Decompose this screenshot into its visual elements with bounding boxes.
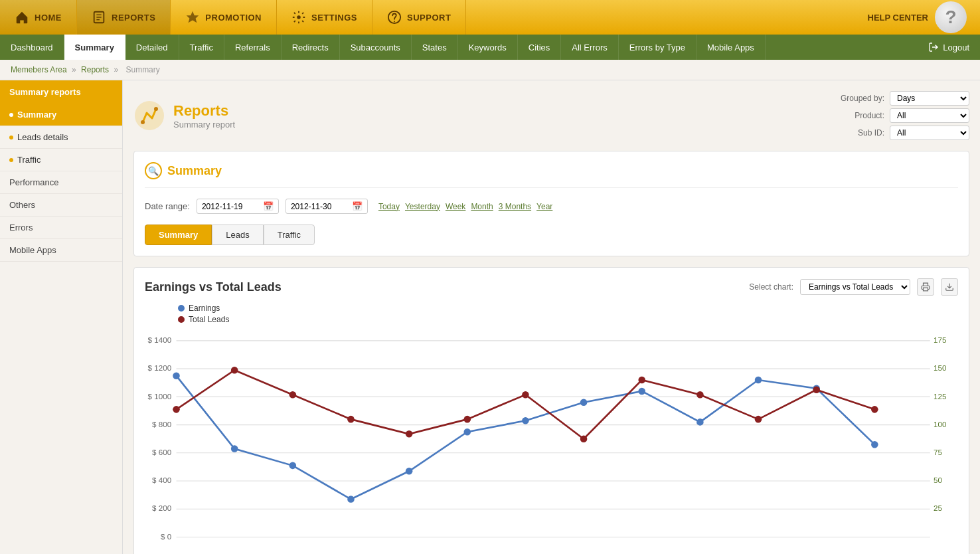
sidebar-item-errors[interactable]: Errors [0,217,122,239]
quick-link-3months[interactable]: 3 Months [499,202,531,211]
grouped-by-label: Grouped by: [841,94,884,103]
date-range-label: Date range: [145,201,190,211]
sec-nav-dashboard[interactable]: Dashboard [0,35,64,60]
sec-nav-traffic[interactable]: Traffic [179,35,224,60]
sidebar-item-others[interactable]: Others [0,194,122,217]
earnings-legend-label: Earnings [189,304,220,313]
nav-support[interactable]: SUPPORT [372,0,466,35]
logout-button[interactable]: Logout [918,35,980,60]
nav-promotion[interactable]: PROMOTION [171,0,277,35]
svg-point-60 [813,387,820,394]
total-leads-legend-dot [178,316,185,323]
sec-nav-summary[interactable]: Summary [64,35,125,60]
svg-marker-4 [187,11,199,23]
sec-nav-states[interactable]: States [412,35,458,60]
quick-link-month[interactable]: Month [471,202,493,211]
promotion-icon [185,10,200,25]
reports-icon [92,10,106,25]
sec-nav-cities[interactable]: Cities [518,35,562,60]
nav-settings-label: SETTINGS [311,13,357,23]
svg-point-48 [871,441,878,448]
nav-reports[interactable]: REPORTS [77,0,171,35]
quick-link-week[interactable]: Week [446,202,465,211]
date-to-input[interactable] [291,202,349,211]
product-label: Product: [855,111,884,120]
report-header: Reports Summary report Grouped by: Days … [133,91,969,140]
nav-help[interactable]: HELP CENTER ? [855,0,981,35]
sidebar-item-summary[interactable]: Summary [0,104,122,126]
chart-print-button[interactable] [917,278,934,296]
date-from-input[interactable] [202,202,260,211]
leads-line [177,370,875,438]
view-btn-summary[interactable]: Summary [145,225,212,245]
sec-nav-redirects[interactable]: Redirects [282,35,340,60]
earnings-legend-dot [178,305,185,312]
product-select[interactable]: All [890,108,969,123]
sec-nav-errors-by-type[interactable]: Errors by Type [619,35,696,60]
svg-text:75: 75 [934,448,942,456]
download-icon [945,282,954,292]
chart-type-select[interactable]: Earnings vs Total Leads [800,279,910,295]
svg-point-45 [696,418,704,426]
sec-nav-subaccounts[interactable]: Subaccounts [340,35,412,60]
breadcrumb-current: Summary [125,65,159,74]
nav-settings[interactable]: SETTINGS [277,0,372,35]
svg-text:150: 150 [934,363,946,372]
nav-reports-label: REPORTS [112,13,155,23]
svg-point-37 [231,445,238,452]
view-buttons: Summary Leads Traffic [145,225,958,245]
report-title-area: Reports Summary report [133,100,235,132]
chart-download-button[interactable] [941,278,958,296]
support-icon [387,10,402,25]
quick-link-yesterday[interactable]: Yesterday [405,202,440,211]
svg-point-5 [297,15,301,19]
sub-id-select[interactable]: All [890,126,969,140]
secondary-nav: Dashboard Summary Detailed Traffic Refer… [0,35,980,60]
svg-point-54 [463,416,471,423]
quick-link-today[interactable]: Today [378,202,400,211]
bullet-icon [9,158,13,162]
grouped-by-select[interactable]: Days Weeks Months [890,91,969,106]
breadcrumb-members[interactable]: Memebers Area [11,65,67,74]
svg-point-41 [463,428,471,436]
date-to-wrap: 📅 [286,199,368,214]
product-row: Product: All [855,108,969,123]
svg-point-55 [522,391,529,399]
legend-total-leads: Total Leads [178,315,958,324]
nav-home[interactable]: HOME [0,0,77,35]
sec-nav-keywords[interactable]: Keywords [458,35,518,60]
logout-label: Logout [943,43,969,52]
quick-link-year[interactable]: Year [536,202,552,211]
sidebar-item-traffic[interactable]: Traffic [0,149,122,171]
section-title: Summary [167,164,222,178]
view-btn-leads[interactable]: Leads [212,225,263,245]
chart-section: Earnings vs Total Leads Select chart: Ea… [133,267,969,554]
sec-nav-mobile-apps[interactable]: Mobile Apps [696,35,766,60]
sidebar: Summary reports Summary Leads details Tr… [0,80,123,554]
date-range-row: Date range: 📅 📅 Today Yesterday Week Mon… [145,199,958,214]
sidebar-item-leads-details[interactable]: Leads details [0,126,122,149]
date-from-wrap: 📅 [197,199,279,214]
summary-search-icon: 🔍 [145,162,162,179]
nav-support-label: SUPPORT [407,13,451,23]
svg-point-53 [406,430,413,438]
chart-legend: Earnings Total Leads [178,304,958,324]
calendar-to-icon[interactable]: 📅 [352,201,363,211]
calendar-from-icon[interactable]: 📅 [263,201,274,211]
svg-point-50 [231,367,238,374]
report-subtitle: Summary report [173,120,235,130]
sidebar-item-mobile-apps[interactable]: Mobile Apps [0,239,122,262]
svg-point-61 [871,406,878,413]
sidebar-item-performance[interactable]: Performance [0,171,122,194]
breadcrumb-reports[interactable]: Reports [81,65,109,74]
sec-nav-detailed[interactable]: Detailed [125,35,179,60]
logout-icon [928,42,939,52]
report-controls: Grouped by: Days Weeks Months Product: A… [841,91,969,140]
sec-nav-all-errors[interactable]: All Errors [561,35,618,60]
main-layout: Summary reports Summary Leads details Tr… [0,80,980,554]
legend-earnings: Earnings [178,304,958,313]
sec-nav-referrals[interactable]: Referrals [224,35,282,60]
svg-point-59 [755,416,762,423]
svg-text:$ 1200: $ 1200 [148,363,172,372]
view-btn-traffic[interactable]: Traffic [264,225,315,245]
